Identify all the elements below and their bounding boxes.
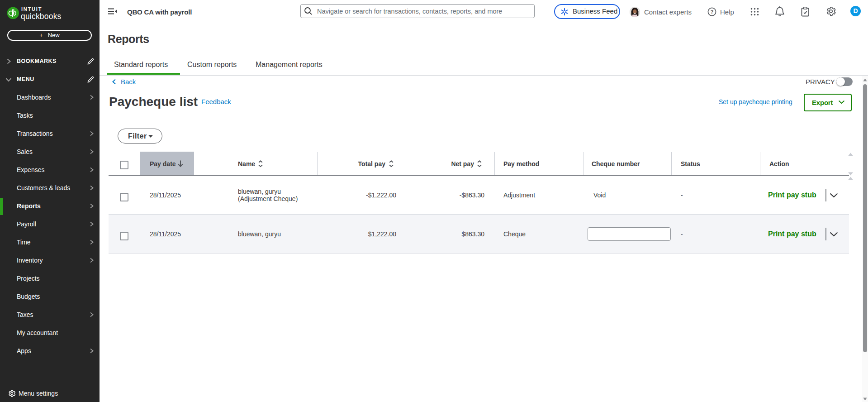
svg-text:?: ? bbox=[711, 9, 714, 14]
